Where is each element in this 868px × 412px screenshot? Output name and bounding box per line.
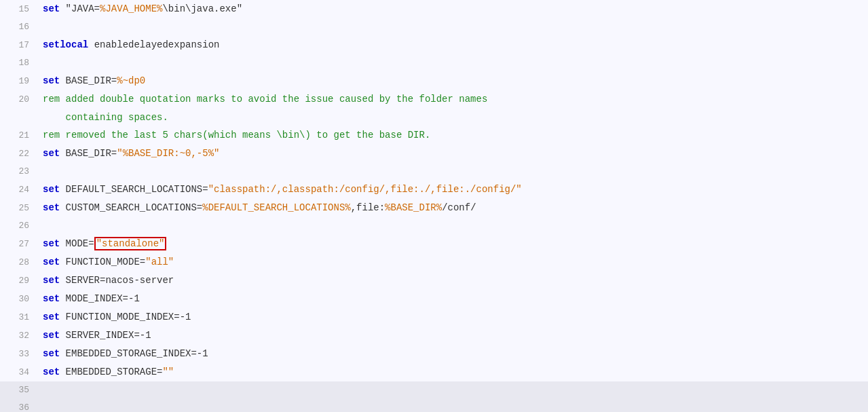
line-number: 21 bbox=[0, 127, 37, 145]
line-number: 35 bbox=[0, 381, 37, 399]
token: "classpath:/,classpath:/config/,file:./,… bbox=[208, 184, 522, 195]
code-line: 20rem added double quotation marks to av… bbox=[0, 90, 868, 109]
token: FUNCTION_MODE= bbox=[66, 257, 146, 267]
line-content: rem removed the last 5 chars(which means… bbox=[37, 126, 868, 144]
token: "all" bbox=[145, 257, 174, 267]
line-content: set SERVER=nacos-server bbox=[37, 271, 868, 289]
line-content: set BASE_DIR="%BASE_DIR:~0,-5%" bbox=[37, 145, 868, 162]
line-number: 22 bbox=[0, 145, 37, 163]
code-line: 31set FUNCTION_MODE_INDEX=-1 bbox=[0, 308, 868, 326]
token: BASE_DIR= bbox=[66, 75, 117, 86]
line-content: setlocal enabledelayedexpansion bbox=[37, 36, 868, 54]
line-number: 17 bbox=[0, 37, 37, 54]
token: CUSTOM_SEARCH_LOCATIONS= bbox=[66, 202, 203, 213]
code-editor: 15set "JAVA=%JAVA_HOME%\bin\java.exe"161… bbox=[0, 0, 868, 412]
line-content: containing spaces. bbox=[37, 109, 868, 126]
code-line: 29set SERVER=nacos-server bbox=[0, 271, 868, 290]
line-number: 36 bbox=[0, 399, 37, 412]
line-number: 20 bbox=[0, 91, 37, 109]
line-number: 34 bbox=[0, 364, 37, 381]
code-line: 24set DEFAULT_SEARCH_LOCATIONS="classpat… bbox=[0, 181, 868, 199]
line-number: 28 bbox=[0, 254, 37, 271]
token: set bbox=[43, 238, 66, 249]
token: set bbox=[43, 75, 66, 86]
code-line: 28set FUNCTION_MODE="all" bbox=[0, 253, 868, 271]
token: rem bbox=[43, 130, 66, 141]
token: set bbox=[43, 148, 66, 159]
token: MODE= bbox=[66, 238, 94, 249]
code-line: 30set MODE_INDEX=-1 bbox=[0, 290, 868, 308]
line-content: rem added double quotation marks to avoi… bbox=[37, 90, 868, 108]
token: \bin\java.exe" bbox=[162, 3, 242, 14]
code-line: 32set SERVER_INDEX=-1 bbox=[0, 326, 868, 345]
token: FUNCTION_MODE_INDEX=-1 bbox=[66, 312, 191, 322]
code-line: 18 bbox=[0, 54, 868, 72]
line-content: set DEFAULT_SEARCH_LOCATIONS="classpath:… bbox=[37, 181, 868, 198]
line-content: set FUNCTION_MODE_INDEX=-1 bbox=[37, 308, 868, 326]
line-number: 23 bbox=[0, 163, 37, 181]
token: %JAVA_HOME% bbox=[100, 3, 162, 14]
token: set bbox=[43, 330, 66, 341]
line-content: set BASE_DIR=%~dp0 bbox=[37, 72, 868, 90]
line-number: 26 bbox=[0, 217, 37, 235]
line-content: set "JAVA=%JAVA_HOME%\bin\java.exe" bbox=[37, 0, 868, 18]
line-number: 24 bbox=[0, 181, 37, 199]
token: ,file: bbox=[351, 202, 385, 213]
token: "%BASE_DIR:~0,-5%" bbox=[117, 148, 219, 159]
line-content: set CUSTOM_SEARCH_LOCATIONS=%DEFAULT_SEA… bbox=[37, 199, 868, 217]
token: %DEFAULT_SEARCH_LOCATIONS% bbox=[202, 202, 350, 213]
code-line: 23 bbox=[0, 163, 868, 181]
token: MODE_INDEX=-1 bbox=[66, 293, 140, 304]
code-line: 21rem removed the last 5 chars(which mea… bbox=[0, 126, 868, 145]
line-content: set MODE_INDEX=-1 bbox=[37, 290, 868, 307]
line-content: set MODE="standalone" bbox=[37, 235, 868, 252]
token: set bbox=[43, 348, 66, 359]
line-number: 18 bbox=[0, 54, 37, 72]
code-line: 34set EMBEDDED_STORAGE="" bbox=[0, 363, 868, 381]
token: "" bbox=[162, 367, 174, 377]
token: set bbox=[43, 257, 66, 267]
line-content: set SERVER_INDEX=-1 bbox=[37, 326, 868, 344]
line-content: set FUNCTION_MODE="all" bbox=[37, 253, 868, 271]
token: "JAVA= bbox=[66, 3, 100, 14]
line-content: set EMBEDDED_STORAGE_INDEX=-1 bbox=[37, 345, 868, 362]
token: set bbox=[43, 275, 66, 286]
line-number: 32 bbox=[0, 327, 37, 345]
token: added double quotation marks to avoid th… bbox=[66, 94, 488, 105]
token: BASE_DIR= bbox=[66, 148, 117, 159]
code-line: 19set BASE_DIR=%~dp0 bbox=[0, 72, 868, 90]
token: setlocal bbox=[43, 39, 94, 50]
token: set bbox=[43, 312, 66, 322]
code-line: 26 bbox=[0, 217, 868, 235]
code-line: 22set BASE_DIR="%BASE_DIR:~0,-5%" bbox=[0, 145, 868, 163]
token: %~dp0 bbox=[117, 75, 145, 86]
token: /conf/ bbox=[442, 202, 476, 213]
line-number: 27 bbox=[0, 236, 37, 253]
code-line: containing spaces. bbox=[0, 109, 868, 126]
token: set bbox=[43, 184, 66, 195]
line-number: 16 bbox=[0, 18, 37, 36]
line-content: set EMBEDDED_STORAGE="" bbox=[37, 363, 868, 381]
token: DEFAULT_SEARCH_LOCATIONS= bbox=[66, 184, 208, 195]
token: set bbox=[43, 293, 66, 304]
code-line: 33set EMBEDDED_STORAGE_INDEX=-1 bbox=[0, 345, 868, 363]
line-number: 30 bbox=[0, 291, 37, 308]
token: EMBEDDED_STORAGE= bbox=[66, 367, 163, 377]
token: containing spaces. bbox=[43, 112, 168, 123]
line-number: 15 bbox=[0, 1, 37, 18]
line-number: 25 bbox=[0, 200, 37, 217]
code-line: 35 bbox=[0, 381, 868, 399]
code-line: 25set CUSTOM_SEARCH_LOCATIONS=%DEFAULT_S… bbox=[0, 199, 868, 217]
code-line: 27set MODE="standalone" bbox=[0, 235, 868, 253]
line-number: 29 bbox=[0, 272, 37, 290]
token: enabledelayedexpansion bbox=[94, 39, 220, 50]
token: SERVER=nacos-server bbox=[66, 275, 174, 286]
token: set bbox=[43, 367, 66, 377]
highlighted-token: "standalone" bbox=[94, 237, 167, 250]
line-number: 33 bbox=[0, 345, 37, 363]
code-line: 15set "JAVA=%JAVA_HOME%\bin\java.exe" bbox=[0, 0, 868, 18]
line-number: 19 bbox=[0, 73, 37, 90]
line-number: 31 bbox=[0, 309, 37, 326]
token: rem bbox=[43, 94, 66, 105]
token: set bbox=[43, 202, 66, 213]
